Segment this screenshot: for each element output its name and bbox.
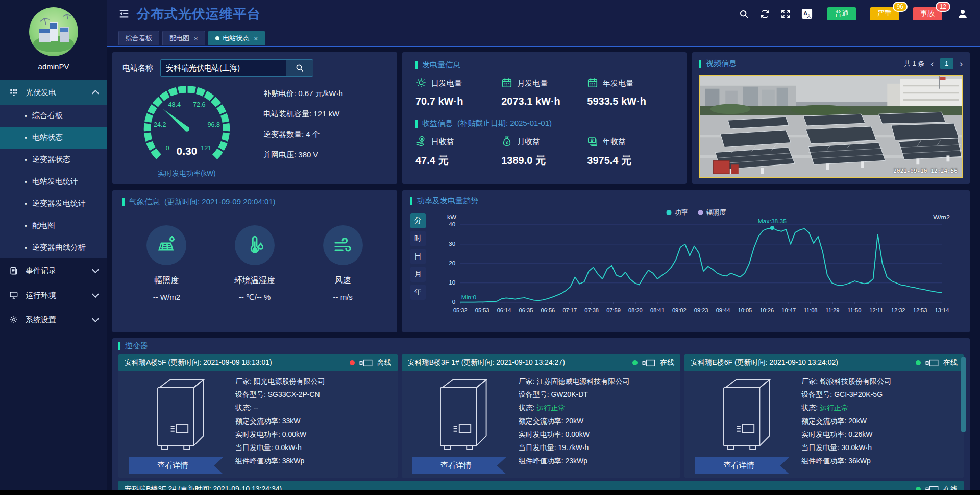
info-value: 121 kW xyxy=(313,109,339,118)
time-mode-button[interactable]: 日 xyxy=(410,249,426,264)
sidebar-subitem[interactable]: 逆变器发电统计 xyxy=(0,193,107,215)
close-icon[interactable]: × xyxy=(254,35,258,42)
inverters-title-row: 逆变器 xyxy=(118,341,964,351)
sidebar-subitem-label: 综合看板 xyxy=(32,111,63,121)
scrollbar-thumb[interactable] xyxy=(961,357,966,432)
irradiance-icon xyxy=(156,235,177,255)
tab-label: 综合看板 xyxy=(126,34,152,43)
svg-text:121: 121 xyxy=(201,145,211,152)
alarm-badge[interactable]: 普通 xyxy=(827,7,856,20)
banknotes-icon xyxy=(587,135,598,147)
prev-page-icon[interactable]: ‹ xyxy=(930,60,934,67)
alarm-badge[interactable]: 事故 12 xyxy=(913,7,942,20)
company-logo xyxy=(29,7,78,56)
svg-text:10:05: 10:05 xyxy=(738,308,752,313)
accent-bar xyxy=(415,61,418,69)
inverter-mini-icon xyxy=(359,358,373,367)
tab[interactable]: 电站状态 × xyxy=(208,31,265,45)
time-mode-button[interactable]: 年 xyxy=(410,285,426,300)
station-search-row: 电站名称 xyxy=(122,59,387,77)
field-label: 状态: xyxy=(801,404,820,412)
field-value: GCI-3P20K-5G xyxy=(834,390,883,398)
view-details-button[interactable]: 查看详情 xyxy=(412,457,506,474)
sidebar-subitem[interactable]: 配电图 xyxy=(0,215,107,237)
user-avatar-icon[interactable] xyxy=(957,8,969,20)
field-label: 厂家: xyxy=(801,377,820,385)
power-gauge: 024.248.472.696.81210.30 实时发电功率(kW) xyxy=(122,79,251,178)
logo-illustration xyxy=(29,7,78,56)
legend-label: 功率 xyxy=(675,208,688,217)
menu-collapse-icon[interactable] xyxy=(118,8,130,19)
translate-icon[interactable]: A文 xyxy=(801,8,813,19)
inverter-card-body: 查看详情 厂家: 锦浪科技股份有限公司 设备型号: GCI-3P20K-5G 状… xyxy=(684,371,964,478)
time-mode-selector: 分时日月年 xyxy=(410,213,426,320)
energy-panel: 发电量信息 日发电量 70.7 kW·h 月发电量 2073.1 kW·h 年发… xyxy=(402,52,687,184)
header-band: 分布式光伏运维平台 A文 普通 严重 96 事故 12 xyxy=(107,0,980,47)
sidebar-item-icon xyxy=(9,266,18,275)
tab[interactable]: 配电图 × xyxy=(162,31,205,45)
station-info-line: 逆变器数量: 4 个 xyxy=(263,130,387,139)
chevron-icon xyxy=(92,291,99,298)
inverter-name: 安科瑞E楼6F (更新时间: 2021-09-10 13:24:02) xyxy=(691,358,916,367)
sidebar-subitem-label: 电站发电统计 xyxy=(32,177,78,186)
fullscreen-icon[interactable] xyxy=(780,9,791,19)
page-number[interactable]: 1 xyxy=(940,58,953,69)
legend-entry[interactable]: 功率 xyxy=(667,208,688,217)
sidebar-subitem[interactable]: 逆变器状态 xyxy=(0,149,107,171)
sidebar-item[interactable]: 光伏发电 xyxy=(0,80,107,105)
field-label: 当日发电量: xyxy=(235,443,275,452)
svg-text:72.6: 72.6 xyxy=(193,101,205,108)
time-mode-button[interactable]: 月 xyxy=(410,267,426,282)
info-value: 4 个 xyxy=(306,130,320,138)
sidebar-subitem-label: 电站状态 xyxy=(32,133,63,143)
stat-icon xyxy=(501,135,512,148)
view-details-button[interactable]: 查看详情 xyxy=(695,457,789,474)
inverter-mini-icon xyxy=(642,358,656,367)
sidebar-item[interactable]: 事件记录 xyxy=(0,258,107,283)
svg-text:06:14: 06:14 xyxy=(497,308,511,313)
weather-title-row: 气象信息 (更新时间: 2021-09-09 20:04:01) xyxy=(122,197,387,207)
view-details-button[interactable]: 查看详情 xyxy=(129,457,223,474)
refresh-icon[interactable] xyxy=(760,9,770,19)
svg-text:11:50: 11:50 xyxy=(847,308,861,313)
field-value: 江苏固德威电源科技有限公司 xyxy=(536,377,629,385)
sidebar-subitem[interactable]: 电站状态 xyxy=(0,127,107,149)
stat-label: 月收益 xyxy=(517,137,540,147)
station-search-button[interactable] xyxy=(286,59,313,77)
stat-item: 年发电量 5933.5 kW·h xyxy=(587,77,673,107)
sidebar-subitem[interactable]: 电站发电统计 xyxy=(0,171,107,193)
stat-label: 月发电量 xyxy=(517,79,548,88)
inverter-field-row: 组件峰值功率: 36kWp xyxy=(801,456,960,466)
svg-text:10: 10 xyxy=(449,280,455,286)
search-icon[interactable] xyxy=(739,9,749,19)
inverter-fields: 厂家: 锦浪科技股份有限公司 设备型号: GCI-3P20K-5G 状态: 运行… xyxy=(799,371,964,478)
tab[interactable]: 综合看板 × xyxy=(118,31,159,45)
svg-text:W/m2: W/m2 xyxy=(933,214,950,221)
stat-item: 月收益 1389.0 元 xyxy=(501,135,587,168)
time-mode-button[interactable]: 分 xyxy=(410,213,426,228)
sidebar-item-label: 运行环境 xyxy=(26,291,86,300)
field-label: 组件峰值功率: xyxy=(235,457,282,465)
trend-title-row: 功率及发电量趋势 xyxy=(410,196,962,206)
station-search-input[interactable] xyxy=(160,59,286,77)
sidebar-subitem[interactable]: 综合看板 xyxy=(0,105,107,127)
info-label: 电站装机容量: xyxy=(263,109,313,118)
sidebar-item[interactable]: 运行环境 xyxy=(0,283,107,308)
gauge-caption: 实时发电功率(kW) xyxy=(122,169,251,178)
inverter-card-body: 查看详情 厂家: 江苏固德威电源科技有限公司 设备型号: GW20K-DT 状态… xyxy=(402,371,681,478)
video-title: 视频信息 xyxy=(706,59,737,68)
sidebar-subitem[interactable]: 逆变器曲线分析 xyxy=(0,237,107,258)
logo xyxy=(0,0,107,56)
svg-text:06:35: 06:35 xyxy=(519,308,533,313)
close-icon[interactable]: × xyxy=(194,35,198,42)
runtime-env-icon xyxy=(9,291,18,300)
chevron-icon xyxy=(92,315,99,322)
alarm-badge[interactable]: 严重 96 xyxy=(870,7,899,20)
badge-label: 事故 xyxy=(920,9,935,17)
time-mode-button[interactable]: 时 xyxy=(410,231,426,246)
legend-entry[interactable]: 辐照度 xyxy=(698,208,726,217)
next-page-icon[interactable]: › xyxy=(960,60,963,67)
status-label: 离线 xyxy=(377,358,391,367)
inverter-status: 离线 xyxy=(350,358,391,367)
sidebar-item[interactable]: 系统设置 xyxy=(0,308,107,332)
